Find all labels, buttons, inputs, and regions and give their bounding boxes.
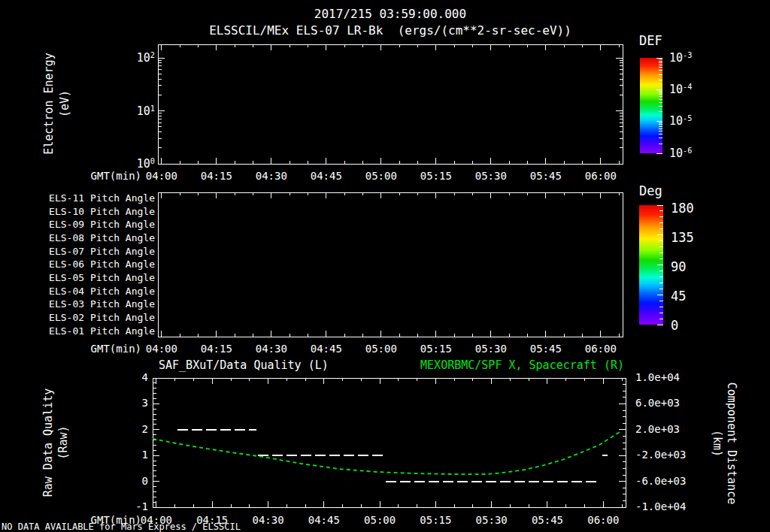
time-tick-label: 04:00	[143, 343, 180, 355]
pitch-row-label: ELS-08 Pitch Angle	[30, 232, 155, 243]
quality-ytick-label: 2	[118, 423, 148, 435]
gmt-axis-label-2: GMT(min)	[66, 343, 141, 355]
quality-axis-unit: (Raw)	[56, 352, 70, 532]
deg-tick-label: 90	[671, 259, 686, 274]
pitch-row-label: ELS-07 Pitch Angle	[30, 246, 155, 257]
def-tick-label: 10-4	[669, 83, 692, 96]
energy-ytick-label: 100	[113, 157, 155, 171]
distance-ytick-label: 2.0e+03	[635, 423, 680, 435]
pitch-row-label: ELS-10 Pitch Angle	[30, 206, 155, 217]
deg-colorbar	[639, 205, 663, 325]
def-tick-label: 10-6	[669, 147, 692, 160]
distance-ytick-label: 1.0e+04	[635, 371, 680, 383]
pitch-row-label: ELS-06 Pitch Angle	[30, 258, 155, 270]
time-tick-label: 05:00	[361, 514, 399, 526]
def-colorbar	[640, 58, 662, 153]
time-tick-label: 04:45	[308, 343, 345, 355]
pitch-row-label: ELS-03 Pitch Angle	[30, 298, 155, 310]
time-tick-label: 04:00	[138, 514, 175, 526]
deg-tick-label: 45	[671, 289, 686, 304]
deg-tick-label: 135	[671, 230, 694, 245]
time-tick-label: 04:30	[250, 514, 287, 526]
distance-axis-unit: (km)	[711, 353, 724, 532]
time-tick-label: 05:45	[527, 343, 565, 355]
plot-page: { "title": { "line1": "2017/215 03:59:00…	[0, 0, 770, 532]
time-tick-label: 05:00	[362, 170, 400, 182]
gmt-axis-label-1: GMT(min)	[66, 170, 141, 182]
quality-ytick-label: 1	[118, 449, 148, 461]
pitch-row-label: ELS-05 Pitch Angle	[30, 272, 155, 283]
pitch-row-label: ELS-01 Pitch Angle	[30, 325, 155, 337]
time-tick-label: 05:30	[472, 343, 510, 355]
distance-ytick-label: 6.0e+03	[635, 397, 680, 409]
quality-ytick-label: 3	[118, 397, 148, 409]
time-tick-label: 04:15	[193, 514, 231, 526]
time-tick-label: 05:15	[417, 343, 455, 355]
distance-series-header: MEXORBMC/SPF X, Spacecraft (R)	[323, 358, 624, 372]
time-tick-label: 05:15	[417, 514, 454, 526]
distance-ytick-label: -6.0e+03	[635, 475, 686, 487]
time-tick-label: 05:45	[529, 514, 566, 526]
pitch-row-label: ELS-09 Pitch Angle	[30, 219, 155, 230]
time-tick-label: 05:15	[417, 170, 455, 182]
distance-ytick-label: -1.0e+04	[635, 500, 686, 512]
def-colorbar-title: DEF	[639, 33, 662, 48]
energy-axis-label: Electron Energy	[42, 14, 56, 194]
time-tick-label: 04:00	[143, 170, 180, 182]
time-tick-label: 05:30	[472, 170, 510, 182]
time-tick-label: 05:00	[362, 343, 400, 355]
pitch-row-label: ELS-11 Pitch Angle	[30, 192, 155, 204]
deg-colorbar-title: Deg	[639, 183, 662, 198]
time-tick-label: 06:00	[582, 343, 620, 355]
quality-ytick-label: 0	[118, 475, 148, 487]
time-tick-label: 04:30	[253, 170, 290, 182]
pitch-row-label: ELS-04 Pitch Angle	[30, 286, 155, 297]
time-tick-label: 04:45	[305, 514, 343, 526]
time-tick-label: 06:00	[584, 514, 622, 526]
time-tick-label: 05:30	[473, 514, 511, 526]
time-tick-label: 04:15	[198, 170, 235, 182]
title-date: 2017/215 03:59:00.000	[158, 7, 623, 21]
time-tick-label: 04:15	[198, 343, 235, 355]
deg-tick-label: 180	[671, 201, 694, 216]
time-tick-label: 05:45	[527, 170, 565, 182]
title-instrument: ELSSCIL/MEx ELS-07 LR-Bk (ergs/(cm**2-sr…	[158, 23, 623, 38]
deg-tick-label: 0	[671, 318, 678, 333]
def-tick-label: 10-3	[669, 51, 692, 65]
quality-ytick-label: -1	[118, 500, 148, 512]
distance-axis-label: Component Distance	[725, 353, 738, 532]
distance-ytick-label: -2.0e+03	[635, 449, 686, 461]
energy-axis-unit: (eV)	[58, 14, 71, 194]
quality-axis-label: Raw Data Quality	[41, 352, 55, 532]
time-tick-label: 04:30	[253, 343, 290, 355]
time-tick-label: 04:45	[308, 170, 345, 182]
time-tick-label: 06:00	[582, 170, 620, 182]
def-tick-label: 10-5	[669, 114, 692, 128]
pitch-row-label: ELS-02 Pitch Angle	[30, 312, 155, 323]
quality-series-header: SAF_BXuT/Data Quality (L)	[159, 358, 329, 372]
energy-ytick-label: 102	[113, 51, 155, 65]
energy-ytick-label: 101	[113, 104, 155, 118]
quality-ytick-label: 4	[118, 371, 148, 383]
